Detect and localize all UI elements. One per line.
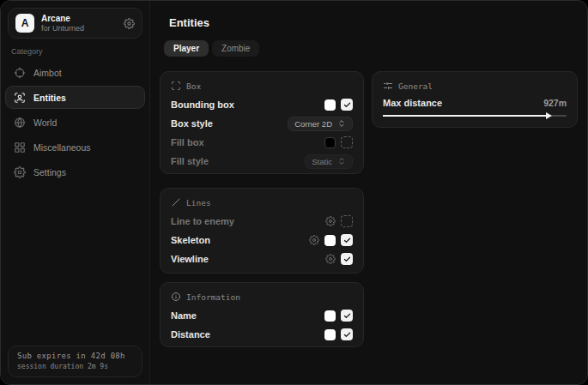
sidebar-item-label: Miscellaneous: [33, 142, 91, 153]
max-distance-slider[interactable]: [383, 115, 567, 117]
sidebar: A Arcane for Unturned Category Aimbot En…: [1, 1, 150, 384]
category-label: Category: [11, 47, 139, 56]
sub-expiry-text: Sub expires in 42d 08h: [17, 352, 133, 360]
row-skeleton: Skeleton: [171, 231, 353, 250]
sidebar-item-entities[interactable]: Entities: [5, 86, 145, 109]
row-label: Max distance: [383, 98, 442, 108]
tab-zombie[interactable]: Zombie: [212, 40, 259, 57]
row-bounding-box: Bounding box: [171, 95, 353, 114]
brand-gear-icon[interactable]: [124, 18, 135, 29]
viewline-checkbox[interactable]: [341, 253, 353, 265]
sidebar-item-world[interactable]: World: [5, 111, 145, 134]
app-logo: A: [15, 14, 34, 33]
dropdown-value: Static: [312, 157, 332, 166]
chevrons-up-down-icon: [337, 157, 346, 165]
diagonal-line-icon: [171, 197, 181, 208]
crosshair-icon: [14, 67, 26, 79]
box-card: Box Bounding box Box style Corner 2D Fil…: [160, 71, 364, 174]
viewline-settings-gear-icon[interactable]: [325, 254, 336, 264]
distance-color-swatch[interactable]: [324, 329, 336, 340]
sidebar-item-label: Settings: [33, 167, 66, 177]
fill-box-checkbox[interactable]: [341, 136, 353, 148]
row-line-to-enemy: Line to enemy: [171, 212, 353, 231]
gear-icon: [14, 166, 26, 178]
row-label: Viewline: [171, 254, 209, 264]
session-duration-text: session duration 2m 9s: [17, 363, 133, 370]
information-card: Information Name Distance: [160, 282, 364, 347]
corners-icon: [171, 81, 181, 91]
bounding-box-checkbox[interactable]: [341, 99, 353, 111]
lines-card: Lines Line to enemy Skeleton Viewline: [160, 188, 364, 274]
box-style-dropdown[interactable]: Corner 2D: [288, 117, 353, 131]
slider-fill: [383, 115, 550, 117]
section-title: Lines: [186, 198, 211, 208]
person-scan-icon: [14, 92, 26, 104]
sidebar-nav: Aimbot Entities World Miscellaneous Sett…: [1, 61, 149, 183]
brand-text: Arcane for Unturned: [41, 14, 117, 33]
app-subtitle: for Unturned: [41, 24, 117, 33]
grid-icon: [14, 141, 26, 153]
page-title: Entities: [169, 16, 209, 29]
information-card-header: Information: [171, 290, 353, 304]
tab-player[interactable]: Player: [164, 40, 209, 57]
row-max-distance: Max distance 927m: [383, 95, 567, 111]
fill-box-color-swatch[interactable]: [324, 137, 336, 148]
box-card-header: Box: [171, 79, 353, 93]
row-viewline: Viewline: [171, 250, 353, 268]
chevrons-up-down-icon: [337, 119, 346, 128]
section-title: Box: [186, 81, 201, 91]
distance-checkbox[interactable]: [341, 328, 353, 340]
line-to-enemy-settings-gear-icon[interactable]: [325, 216, 336, 226]
sidebar-item-label: World: [33, 117, 57, 128]
app-window: A Arcane for Unturned Category Aimbot En…: [0, 0, 588, 385]
row-name: Name: [171, 306, 353, 325]
name-color-swatch[interactable]: [324, 310, 336, 322]
skeleton-settings-gear-icon[interactable]: [309, 235, 319, 245]
row-label: Bounding box: [171, 99, 234, 110]
general-card-header: General: [383, 79, 567, 93]
main-panel: Entities Player Zombie Box Bounding box …: [150, 1, 587, 384]
sidebar-item-miscellaneous[interactable]: Miscellaneous: [5, 135, 145, 159]
info-icon: [171, 292, 181, 302]
section-title: General: [398, 81, 433, 91]
row-fill-box: Fill box: [171, 133, 353, 152]
row-label: Distance: [171, 329, 210, 340]
skeleton-checkbox[interactable]: [341, 234, 353, 246]
skeleton-color-swatch[interactable]: [324, 235, 336, 246]
slider-thumb[interactable]: [546, 112, 552, 119]
line-to-enemy-checkbox[interactable]: [341, 215, 353, 227]
name-checkbox[interactable]: [341, 310, 353, 322]
max-distance-value: 927m: [543, 98, 567, 108]
general-card: General Max distance 927m: [372, 71, 578, 128]
sliders-icon: [383, 81, 393, 91]
dropdown-value: Corner 2D: [294, 119, 332, 129]
row-fill-style: Fill style Static: [171, 152, 353, 171]
row-label: Skeleton: [171, 235, 210, 245]
row-distance: Distance: [171, 325, 353, 344]
fill-style-dropdown[interactable]: Static: [305, 154, 353, 169]
brand-card: A Arcane for Unturned: [8, 8, 142, 39]
bounding-box-color-swatch[interactable]: [324, 99, 336, 111]
row-box-style: Box style Corner 2D: [171, 114, 353, 133]
lines-card-header: Lines: [171, 196, 353, 209]
subscription-status-card: Sub expires in 42d 08h session duration …: [8, 346, 142, 377]
row-label: Box style: [171, 118, 213, 129]
sidebar-item-aimbot[interactable]: Aimbot: [5, 61, 145, 84]
sidebar-item-label: Aimbot: [33, 68, 62, 78]
sidebar-item-settings[interactable]: Settings: [5, 160, 145, 183]
row-label: Fill style: [171, 156, 209, 166]
row-label: Fill box: [171, 137, 204, 147]
row-label: Name: [171, 310, 197, 321]
app-name: Arcane: [41, 14, 117, 24]
row-label: Line to enemy: [171, 216, 234, 226]
sidebar-item-label: Entities: [33, 93, 66, 103]
globe-icon: [14, 117, 26, 129]
section-title: Information: [186, 292, 240, 302]
entity-tabs: Player Zombie: [164, 40, 259, 57]
